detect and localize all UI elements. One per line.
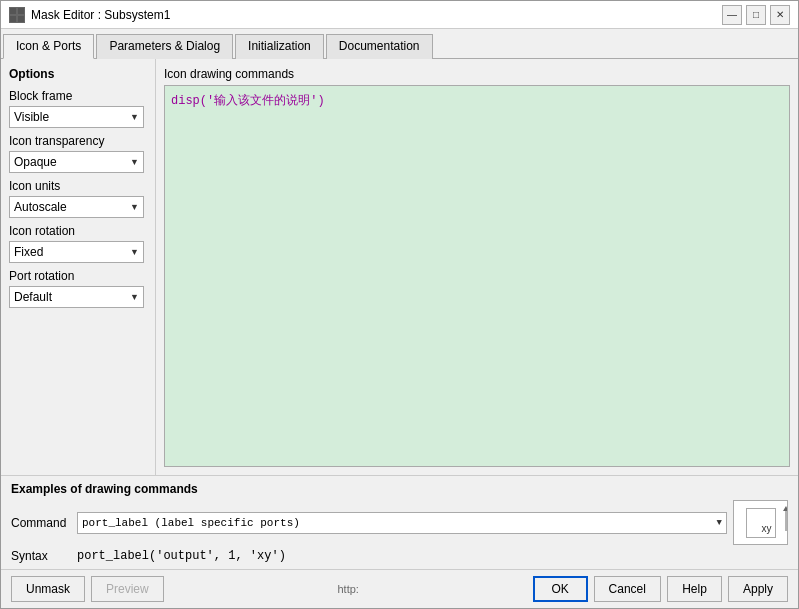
app-icon bbox=[9, 7, 25, 23]
main-window: Mask Editor : Subsystem1 — □ ✕ Icon & Po… bbox=[0, 0, 799, 609]
title-controls: — □ ✕ bbox=[722, 5, 790, 25]
svg-rect-2 bbox=[10, 16, 16, 22]
command-dropdown[interactable]: port_label (label specific ports) ▼ bbox=[77, 512, 727, 534]
svg-rect-1 bbox=[18, 8, 24, 14]
code-content: disp('输入该文件的说明') bbox=[171, 94, 325, 108]
tab-documentation[interactable]: Documentation bbox=[326, 34, 433, 59]
chevron-down-icon: ▼ bbox=[130, 292, 139, 302]
content-area: Options Block frame Visible ▼ Icon trans… bbox=[1, 59, 798, 475]
block-frame-dropdown[interactable]: Visible ▼ bbox=[9, 106, 144, 128]
footer-right: OK Cancel Help Apply bbox=[533, 576, 788, 602]
command-row: Command port_label (label specific ports… bbox=[11, 500, 788, 545]
window-title: Mask Editor : Subsystem1 bbox=[31, 8, 170, 22]
title-bar-left: Mask Editor : Subsystem1 bbox=[9, 7, 170, 23]
chevron-down-icon: ▼ bbox=[717, 518, 722, 528]
command-label: Command bbox=[11, 516, 71, 530]
footer: Unmask Preview http: OK Cancel Help Appl… bbox=[1, 569, 798, 608]
options-title: Options bbox=[9, 67, 147, 81]
icon-rotation-label: Icon rotation bbox=[9, 224, 147, 238]
icon-units-dropdown[interactable]: Autoscale ▼ bbox=[9, 196, 144, 218]
tab-bar: Icon & Ports Parameters & Dialog Initial… bbox=[1, 29, 798, 59]
apply-button[interactable]: Apply bbox=[728, 576, 788, 602]
port-rotation-dropdown[interactable]: Default ▼ bbox=[9, 286, 144, 308]
chevron-down-icon: ▼ bbox=[130, 247, 139, 257]
syntax-value: port_label('output', 1, 'xy') bbox=[77, 549, 286, 563]
left-panel: Options Block frame Visible ▼ Icon trans… bbox=[1, 59, 156, 475]
unmask-button[interactable]: Unmask bbox=[11, 576, 85, 602]
tab-initialization[interactable]: Initialization bbox=[235, 34, 324, 59]
footer-center: http: bbox=[172, 583, 525, 595]
examples-title: Examples of drawing commands bbox=[11, 482, 788, 496]
help-button[interactable]: Help bbox=[667, 576, 722, 602]
svg-rect-3 bbox=[18, 16, 24, 22]
icon-rotation-dropdown[interactable]: Fixed ▼ bbox=[9, 241, 144, 263]
minimize-button[interactable]: — bbox=[722, 5, 742, 25]
chevron-down-icon: ▼ bbox=[130, 112, 139, 122]
tab-icon-ports[interactable]: Icon & Ports bbox=[3, 34, 94, 59]
maximize-button[interactable]: □ bbox=[746, 5, 766, 25]
syntax-row: Syntax port_label('output', 1, 'xy') bbox=[11, 549, 788, 563]
cancel-button[interactable]: Cancel bbox=[594, 576, 661, 602]
chevron-down-icon: ▼ bbox=[130, 157, 139, 167]
icon-transparency-dropdown[interactable]: Opaque ▼ bbox=[9, 151, 144, 173]
footer-url-text: http: bbox=[337, 583, 358, 595]
port-rotation-label: Port rotation bbox=[9, 269, 147, 283]
icon-drawing-commands-title: Icon drawing commands bbox=[164, 67, 790, 81]
footer-left: Unmask Preview bbox=[11, 576, 164, 602]
right-panel: Icon drawing commands disp('输入该文件的说明') bbox=[156, 59, 798, 475]
block-frame-label: Block frame bbox=[9, 89, 147, 103]
title-bar: Mask Editor : Subsystem1 — □ ✕ bbox=[1, 1, 798, 29]
svg-rect-0 bbox=[10, 8, 16, 14]
code-editor[interactable]: disp('输入该文件的说明') bbox=[164, 85, 790, 467]
chevron-down-icon: ▼ bbox=[130, 202, 139, 212]
icon-transparency-label: Icon transparency bbox=[9, 134, 147, 148]
bottom-section: Examples of drawing commands Command por… bbox=[1, 475, 798, 569]
svg-marker-5 bbox=[783, 506, 787, 511]
tab-parameters-dialog[interactable]: Parameters & Dialog bbox=[96, 34, 233, 59]
preview-xy-label: xy bbox=[762, 523, 772, 534]
icon-units-label: Icon units bbox=[9, 179, 147, 193]
ok-button[interactable]: OK bbox=[533, 576, 588, 602]
syntax-label: Syntax bbox=[11, 549, 71, 563]
preview-button[interactable]: Preview bbox=[91, 576, 164, 602]
command-preview-box: xy bbox=[733, 500, 788, 545]
close-button[interactable]: ✕ bbox=[770, 5, 790, 25]
preview-inner: xy bbox=[746, 508, 776, 538]
